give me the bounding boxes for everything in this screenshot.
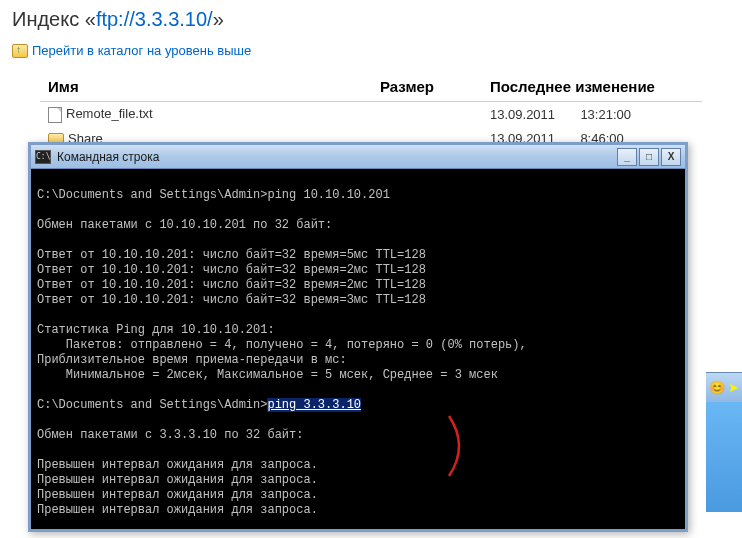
highlighted-command: ping 3.3.3.10 (267, 398, 361, 412)
file-size (372, 102, 482, 127)
taskbar-fragment: 😊 ➤ (706, 372, 742, 402)
folder-up-icon (12, 44, 28, 58)
desktop-fragment (706, 402, 742, 512)
terminal-text-pre: C:\Documents and Settings\Admin>ping 10.… (37, 188, 527, 412)
index-prefix: Индекс « (12, 8, 96, 30)
col-modified[interactable]: Последнее изменение (482, 72, 702, 102)
ftp-url-link[interactable]: ftp://3.3.3.10/ (96, 8, 213, 30)
file-time: 13:21:00 (580, 107, 631, 122)
tray-arrow-icon[interactable]: ➤ (728, 380, 739, 395)
command-prompt-window: C:\ Командная строка _ □ X C:\Documents … (28, 142, 688, 532)
window-titlebar[interactable]: C:\ Командная строка _ □ X (31, 145, 685, 169)
col-name[interactable]: Имя (40, 72, 372, 102)
tray-icon[interactable]: 😊 (709, 380, 725, 395)
file-listing-table: Имя Размер Последнее изменение Remote_fi… (40, 72, 702, 150)
maximize-button[interactable]: □ (639, 148, 659, 166)
file-date: 13.09.2011 (490, 107, 555, 122)
index-suffix: » (213, 8, 224, 30)
window-title: Командная строка (57, 150, 617, 164)
annotation-mark (401, 399, 431, 464)
close-button[interactable]: X (661, 148, 681, 166)
page-title: Индекс «ftp://3.3.3.10/» (0, 0, 742, 39)
cmd-app-icon: C:\ (35, 150, 51, 164)
terminal-output[interactable]: C:\Documents and Settings\Admin>ping 10.… (31, 169, 685, 529)
col-size[interactable]: Размер (372, 72, 482, 102)
up-directory-link[interactable]: Перейти в каталог на уровень выше (0, 39, 742, 62)
minimize-button[interactable]: _ (617, 148, 637, 166)
table-row[interactable]: Remote_file.txt 13.09.2011 13:21:00 (40, 102, 702, 127)
up-link-label: Перейти в каталог на уровень выше (32, 43, 251, 58)
file-icon (48, 107, 62, 123)
file-name: Remote_file.txt (66, 106, 153, 121)
terminal-text-post: Обмен пакетами с 3.3.3.10 по 32 байт: Пр… (37, 428, 541, 529)
